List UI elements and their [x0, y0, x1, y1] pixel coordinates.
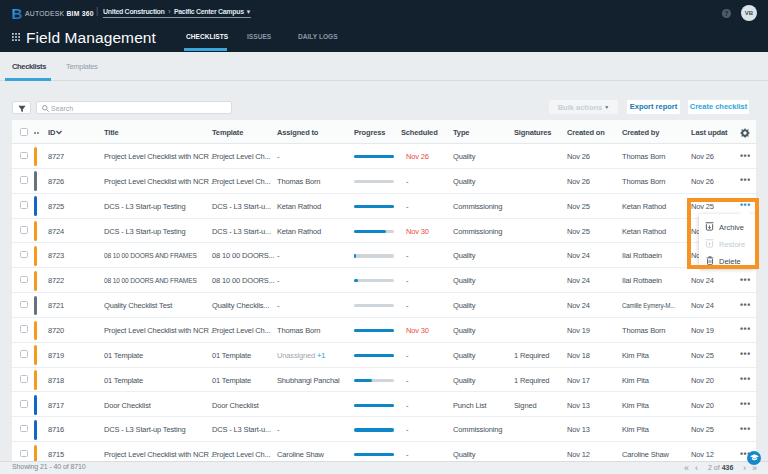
svg-text:B: B — [12, 7, 22, 20]
